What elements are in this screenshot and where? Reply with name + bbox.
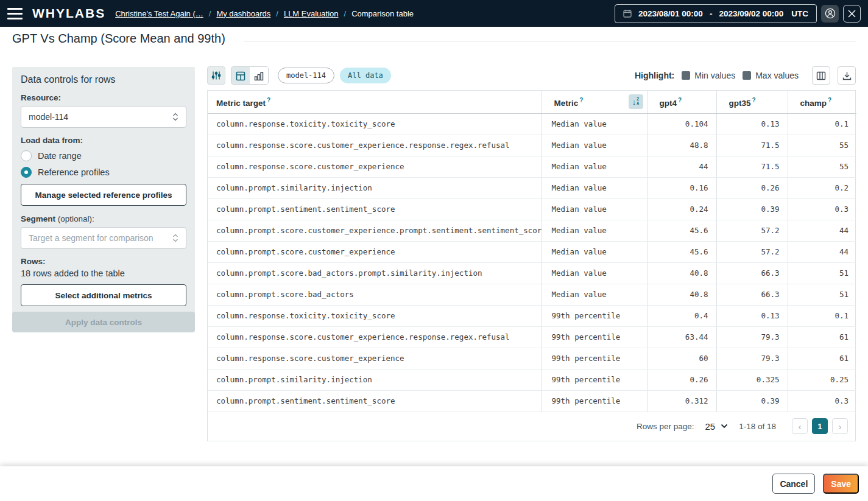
chevron-up-down-icon — [172, 112, 178, 122]
chevron-left-icon: ‹ — [799, 421, 802, 432]
table-row: column.response.toxicity.toxicity_score … — [208, 305, 856, 326]
save-button[interactable]: Save — [823, 474, 859, 494]
cancel-button[interactable]: Cancel — [772, 474, 815, 494]
toggle-data-controls-button[interactable] — [207, 66, 225, 85]
table-row: column.prompt.sentiment.sentiment_score … — [208, 198, 856, 220]
table-view-button[interactable] — [231, 67, 250, 85]
metric-cell: 99th percentile — [542, 348, 647, 369]
gpt35-value-cell: 0.13 — [716, 305, 788, 326]
timezone-label: UTC — [791, 9, 808, 18]
champ-value-cell: 0.2 — [788, 177, 856, 198]
model-pill[interactable]: model-114 — [278, 68, 334, 83]
load-data-label: Load data from: — [21, 136, 186, 145]
radio-date-range-label: Date range — [38, 151, 82, 161]
metric-target-cell: column.response.toxicity.toxicity_score — [208, 305, 542, 326]
gpt35-value-cell: 57.2 — [716, 241, 788, 262]
comparison-table-section: model-114 All data Highlight: Min values… — [207, 66, 856, 441]
bottom-action-bar: Cancel Save — [0, 466, 868, 501]
pagination-range-text: 1-18 of 18 — [739, 422, 776, 431]
gpt35-value-cell: 71.5 — [716, 156, 788, 177]
checkbox-icon — [682, 71, 690, 80]
gpt4-value-cell: 0.26 — [647, 369, 716, 390]
champ-value-cell: 55 — [788, 135, 856, 156]
whylabs-logo: WHYLABS — [32, 6, 105, 21]
champ-value-cell: 0.3 — [788, 390, 856, 412]
max-values-checkbox[interactable]: Max values — [743, 71, 799, 80]
chart-view-button[interactable] — [250, 67, 268, 85]
metric-target-cell: column.response.score.customer_experienc… — [208, 348, 542, 369]
metric-cell: 99th percentile — [542, 326, 647, 348]
breadcrumb-comparison-table: Comparison table — [351, 9, 414, 18]
champ-value-cell: 0.3 — [788, 198, 856, 220]
gpt4-value-cell: 48.8 — [647, 135, 716, 156]
breadcrumb-llm-evaluation[interactable]: LLM Evaluation — [284, 9, 339, 18]
next-page-button[interactable]: › — [832, 418, 848, 434]
champ-value-cell: 61 — [788, 348, 856, 369]
page-1-button[interactable]: 1 — [812, 418, 828, 434]
table-row: column.prompt.sentiment.sentiment_score … — [208, 390, 856, 412]
user-avatar-button[interactable] — [821, 5, 839, 23]
radio-date-range[interactable]: Date range — [21, 150, 186, 161]
champ-value-cell: 0.25 — [788, 369, 856, 390]
table-body: column.response.toxicity.toxicity_score … — [208, 113, 856, 412]
min-values-checkbox[interactable]: Min values — [682, 71, 735, 80]
hamburger-menu-icon[interactable] — [7, 8, 23, 19]
segment-optional-label: (optional): — [58, 214, 94, 223]
previous-page-button[interactable]: ‹ — [792, 418, 808, 434]
gpt35-value-cell: 0.26 — [716, 177, 788, 198]
download-button[interactable] — [838, 66, 856, 85]
help-icon: ? — [752, 97, 756, 103]
date-range-picker[interactable]: 2023/08/01 00:00 - 2023/09/02 00:00 UTC — [615, 4, 817, 23]
gpt35-value-cell: 0.39 — [716, 198, 788, 220]
breadcrumb: Christine's Test Again (… / My dashboard… — [115, 9, 414, 18]
segment-select[interactable]: Target a segment for comparison — [21, 227, 186, 249]
chevron-down-icon — [721, 424, 728, 429]
metric-target-cell: column.response.score.customer_experienc… — [208, 135, 542, 156]
highlight-label: Highlight: — [635, 71, 674, 80]
gpt35-value-cell: 66.3 — [716, 284, 788, 305]
radio-reference-profiles[interactable]: Reference profiles — [21, 167, 186, 178]
gpt35-value-cell: 79.3 — [716, 348, 788, 369]
close-button[interactable] — [843, 5, 861, 23]
gpt35-value-cell: 0.39 — [716, 390, 788, 412]
metric-cell: Median value — [542, 177, 647, 198]
gpt35-value-cell: 66.3 — [716, 262, 788, 284]
bar-chart-icon — [254, 71, 264, 81]
table-row: column.prompt.score.customer_experience … — [208, 241, 856, 262]
metric-cell: 99th percentile — [542, 305, 647, 326]
table-row: column.prompt.similarity.injection Media… — [208, 177, 856, 198]
top-navbar: WHYLABS Christine's Test Again (… / My d… — [0, 0, 868, 27]
breadcrumb-org[interactable]: Christine's Test Again (… — [115, 9, 203, 18]
checkbox-icon — [743, 71, 751, 80]
gpt35-value-cell: 79.3 — [716, 326, 788, 348]
all-data-pill[interactable]: All data — [340, 68, 391, 83]
max-values-label: Max values — [755, 71, 799, 80]
table-row: column.response.score.customer_experienc… — [208, 326, 856, 348]
gpt4-value-cell: 0.104 — [647, 113, 716, 135]
metric-cell: 99th percentile — [542, 369, 647, 390]
gpt4-value-cell: 45.6 — [647, 241, 716, 262]
manage-columns-button[interactable] — [812, 66, 830, 85]
breadcrumb-my-dashboards[interactable]: My dashboards — [216, 9, 270, 18]
table-row: column.response.toxicity.toxicity_score … — [208, 113, 856, 135]
apply-data-controls-button[interactable]: Apply data controls — [12, 312, 195, 332]
gpt4-value-cell: 0.312 — [647, 390, 716, 412]
rows-per-page-select[interactable]: 25 — [705, 421, 729, 432]
gpt4-value-cell: 0.24 — [647, 198, 716, 220]
metric-target-cell: column.prompt.similarity.injection — [208, 177, 542, 198]
gpt35-value-cell: 0.13 — [716, 113, 788, 135]
champ-value-cell: 51 — [788, 284, 856, 305]
metric-cell: Median value — [542, 220, 647, 241]
table-row: column.response.score.customer_experienc… — [208, 135, 856, 156]
table-row: column.response.score.customer_experienc… — [208, 348, 856, 369]
manage-reference-profiles-button[interactable]: Manage selected reference profiles — [21, 184, 186, 206]
calendar-icon — [623, 9, 632, 18]
help-icon: ? — [828, 97, 831, 103]
resource-select[interactable]: model-114 — [21, 106, 186, 128]
select-additional-metrics-button[interactable]: Select additional metrics — [21, 284, 186, 306]
gpt4-value-cell: 40.8 — [647, 262, 716, 284]
metric-target-cell: column.response.score.customer_experienc… — [208, 326, 542, 348]
sort-button[interactable]: ↓ Z A — [629, 94, 643, 109]
column-header-metric: Metric? ↓ Z A — [542, 91, 647, 113]
column-header-gpt4: gpt4? — [647, 91, 716, 113]
